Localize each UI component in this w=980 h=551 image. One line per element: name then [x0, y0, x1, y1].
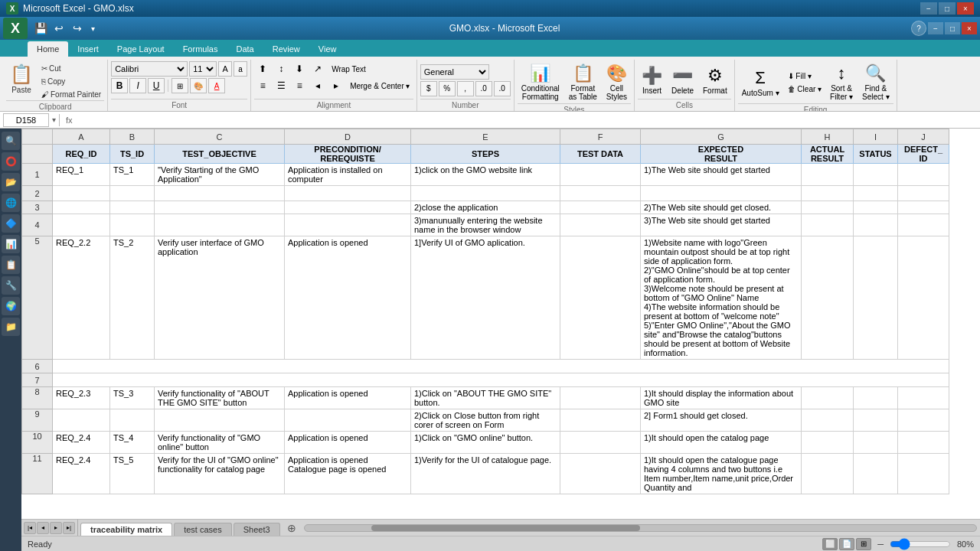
sidebar-icon-5[interactable]: 📊	[2, 235, 20, 253]
copy-btn[interactable]: ⎘ Copy	[38, 76, 104, 87]
cell-d9[interactable]	[285, 409, 411, 432]
redo-btn[interactable]: ↪	[69, 20, 86, 37]
spreadsheet-area[interactable]: A B C D E F G H I J	[21, 129, 980, 519]
cell-i4[interactable]	[854, 214, 898, 236]
cell-g10[interactable]: 1)It should open the catalog page	[641, 432, 802, 454]
cell-a10[interactable]: REQ_2.4	[53, 432, 110, 454]
cell-a5[interactable]: REQ_2.2	[53, 236, 110, 360]
cell-i10[interactable]	[854, 432, 898, 454]
cell-f3[interactable]	[560, 201, 641, 214]
sidebar-icon-2[interactable]: 📂	[2, 173, 20, 191]
cell-d10[interactable]: Application is opened	[285, 432, 411, 454]
cell-b10[interactable]: TS_4	[110, 432, 155, 454]
insert-cells-btn[interactable]: ➕ Insert	[638, 64, 666, 97]
header-cell-status[interactable]: STATUS	[854, 145, 898, 164]
cell-a4[interactable]	[53, 214, 110, 236]
qat-dropdown-btn[interactable]: ▾	[87, 20, 98, 37]
cell-i8[interactable]	[854, 387, 898, 409]
cell-f2[interactable]	[560, 186, 641, 201]
cell-d11[interactable]: Application is openedCatalogue page is o…	[285, 454, 411, 494]
cell-a1[interactable]: REQ_1	[53, 164, 110, 186]
format-as-table-btn[interactable]: 📋 Formatas Table	[565, 61, 601, 103]
cell-e10[interactable]: 1)Click on "GMO online" button.	[411, 432, 560, 454]
cell-c4[interactable]	[155, 214, 285, 236]
cell-h5[interactable]	[802, 236, 854, 360]
cell-styles-btn[interactable]: 🎨 CellStyles	[603, 61, 631, 103]
cell-c9[interactable]	[155, 409, 285, 432]
cell-g3[interactable]: 2)The Web site should get closed.	[641, 201, 802, 214]
header-cell-steps[interactable]: STEPS	[411, 145, 560, 164]
cell-g1[interactable]: 1)The Web site should get started	[641, 164, 802, 186]
cell-h2[interactable]	[802, 186, 854, 201]
cell-d4[interactable]	[285, 214, 411, 236]
cell-h3[interactable]	[802, 201, 854, 214]
cell-h9[interactable]	[802, 409, 854, 432]
header-cell-test-data[interactable]: TEST DATA	[560, 145, 641, 164]
cell-reference-box[interactable]: D158	[3, 113, 49, 127]
align-center-btn[interactable]: ☰	[273, 78, 289, 93]
cell-b2[interactable]	[110, 186, 155, 201]
conditional-formatting-btn[interactable]: 📊 ConditionalFormatting	[518, 61, 564, 103]
wrap-text-btn[interactable]: Wrap Text	[328, 64, 370, 75]
cell-a3[interactable]	[53, 201, 110, 214]
col-header-c[interactable]: C	[155, 129, 285, 145]
percent-btn[interactable]: %	[439, 81, 456, 96]
cell-j10[interactable]	[898, 432, 949, 454]
cell-f1[interactable]	[560, 164, 641, 186]
cell-j5[interactable]	[898, 236, 949, 360]
header-cell-req-id[interactable]: REQ_ID	[53, 145, 110, 164]
cell-j8[interactable]	[898, 387, 949, 409]
cell-f4[interactable]	[560, 214, 641, 236]
header-cell-test-objective[interactable]: TEST_OBJECTIVE	[155, 145, 285, 164]
page-break-view-btn[interactable]: ⊞	[856, 538, 871, 550]
cell-d3[interactable]	[285, 201, 411, 214]
col-header-f[interactable]: F	[560, 129, 641, 145]
cell-e5[interactable]: 1]Verify UI of GMO aplication.	[411, 236, 560, 360]
cell-e9[interactable]: 2)Click on Close button from right corer…	[411, 409, 560, 432]
cell-g4[interactable]: 3)The Web site should get started	[641, 214, 802, 236]
cell-e2[interactable]	[411, 186, 560, 201]
sheet-prev-btn[interactable]: ◂	[37, 522, 49, 534]
sidebar-icon-1[interactable]: ⭕	[2, 152, 20, 171]
col-header-b[interactable]: B	[110, 129, 155, 145]
align-right-btn[interactable]: ≡	[291, 78, 308, 93]
cell-c8[interactable]: Verify functionality of "ABOUT THE GMO S…	[155, 387, 285, 409]
cell-g5[interactable]: 1)Website name with logo"Green mountain …	[641, 236, 802, 360]
cell-row7-empty[interactable]	[53, 373, 949, 387]
cell-b1[interactable]: TS_1	[110, 164, 155, 186]
cell-b11[interactable]: TS_5	[110, 454, 155, 494]
ribbon-maximize-btn[interactable]: □	[945, 22, 960, 34]
cell-b9[interactable]	[110, 409, 155, 432]
header-cell-expected-result[interactable]: EXPECTEDRESULT	[641, 145, 802, 164]
header-cell-defect-id[interactable]: DEFECT_ID	[898, 145, 949, 164]
decimal-dec-btn[interactable]: .0	[494, 81, 511, 96]
cell-d5[interactable]: Application is opened	[285, 236, 411, 360]
sidebar-icon-8[interactable]: 🌍	[2, 297, 20, 315]
cell-d8[interactable]: Application is opened	[285, 387, 411, 409]
sidebar-icon-3[interactable]: 🌐	[2, 194, 20, 212]
sidebar-icon-9[interactable]: 📁	[2, 318, 20, 336]
col-header-h[interactable]: H	[802, 129, 854, 145]
cell-j1[interactable]	[898, 164, 949, 186]
sidebar-icon-7[interactable]: 🔧	[2, 276, 20, 295]
cell-j4[interactable]	[898, 214, 949, 236]
bold-btn[interactable]: B	[111, 78, 128, 93]
cell-h11[interactable]	[802, 454, 854, 494]
formula-input[interactable]	[79, 115, 977, 126]
cell-i1[interactable]	[854, 164, 898, 186]
close-btn[interactable]: ×	[957, 2, 974, 15]
col-header-d[interactable]: D	[285, 129, 411, 145]
ribbon-close-btn[interactable]: ×	[962, 22, 977, 34]
cell-i11[interactable]	[854, 454, 898, 494]
cell-f11[interactable]	[560, 454, 641, 494]
col-header-a[interactable]: A	[53, 129, 110, 145]
align-middle-btn[interactable]: ↕	[273, 61, 289, 77]
cell-h8[interactable]	[802, 387, 854, 409]
col-header-g[interactable]: G	[641, 129, 802, 145]
decimal-inc-btn[interactable]: .0	[475, 81, 492, 96]
col-header-e[interactable]: E	[411, 129, 560, 145]
tab-data[interactable]: Data	[227, 41, 263, 57]
number-format-select[interactable]: General	[420, 64, 489, 80]
cell-c10[interactable]: Verify functionality of "GMO online" but…	[155, 432, 285, 454]
save-qat-btn[interactable]: 💾	[32, 20, 49, 37]
